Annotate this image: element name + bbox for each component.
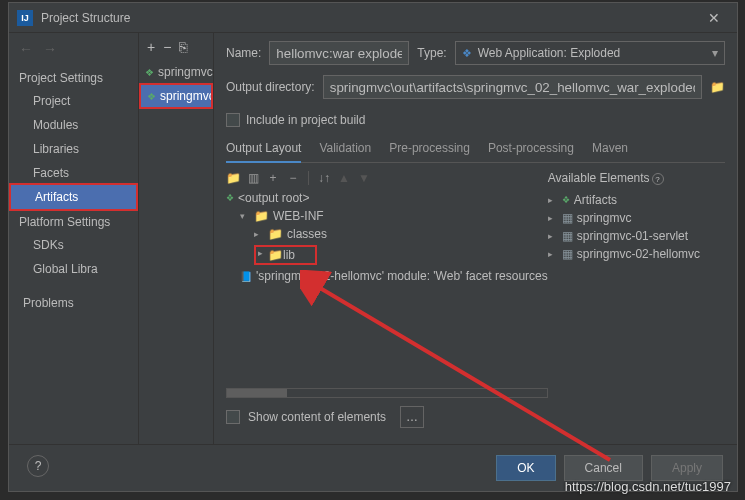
expand-icon[interactable]: ▸ [548,231,558,241]
nav-sdks[interactable]: SDKs [9,233,138,257]
back-icon[interactable]: ← [19,41,33,57]
artifact-label: springmvc-02 [160,89,213,103]
available-tree[interactable]: ▸ ❖ Artifacts ▸ ▦ springmvc ▸ ▦ spri [548,191,725,263]
remove-item-icon[interactable]: − [286,171,300,185]
output-tree[interactable]: ❖ <output root> ▾ 📁 WEB-INF ▸ 📁 classes [226,189,548,285]
left-nav-panel: ← → Project Settings Project Modules Lib… [9,33,139,444]
artifact-icon: ❖ [145,67,154,78]
tree-label: Artifacts [574,193,617,207]
artifact-icon: ❖ [147,91,156,102]
nav-libraries[interactable]: Libraries [9,137,138,161]
nav-problems[interactable]: Problems [9,291,138,315]
nav-global-libraries[interactable]: Global Libra [9,257,138,281]
chevron-down-icon: ▾ [712,46,718,60]
tab-preprocessing[interactable]: Pre-processing [389,137,470,162]
expand-icon[interactable]: ▾ [240,211,250,221]
nav-facets[interactable]: Facets [9,161,138,185]
expand-icon[interactable]: ▸ [548,249,558,259]
tree-root[interactable]: ❖ <output root> [226,189,548,207]
tree-label: classes [287,227,327,241]
name-input[interactable] [269,41,409,65]
scrollbar-thumb[interactable] [227,389,287,397]
available-header: Available Elements? [548,169,725,191]
show-content-checkbox[interactable] [226,410,240,424]
forward-icon[interactable]: → [43,41,57,57]
nav-history: ← → [9,33,138,65]
tree-label: <output root> [238,191,309,205]
help-icon[interactable]: ? [652,173,664,185]
module-icon: ▦ [562,211,573,225]
new-archive-icon[interactable]: ▥ [246,171,260,185]
dialog-body: ← → Project Settings Project Modules Lib… [9,33,737,444]
include-label: Include in project build [246,113,365,127]
close-icon[interactable]: ✕ [699,10,729,26]
module-icon: ▦ [562,247,573,261]
type-combo[interactable]: ❖ Web Application: Exploded ▾ [455,41,725,65]
show-content-label: Show content of elements [248,410,386,424]
tree-facet-resources[interactable]: 📘 'springmvc-02-hellomvc' module: 'Web' … [226,267,548,285]
tree-toolbar: 📁 ▥ + − ↓↑ ▲ ▼ [226,169,548,189]
tab-output-layout[interactable]: Output Layout [226,137,301,163]
tab-validation[interactable]: Validation [319,137,371,162]
output-dir-row: Output directory: 📁 [226,75,725,99]
window-title: Project Structure [41,11,699,25]
artifact-item-1[interactable]: ❖ springmvc-01 [139,61,213,83]
more-options-button[interactable]: … [400,406,424,428]
show-content-row: Show content of elements … [226,398,548,436]
avail-mod2[interactable]: ▸ ▦ springmvc-01-servlet [548,227,725,245]
sort-icon[interactable]: ↓↑ [317,171,331,185]
tabs: Output Layout Validation Pre-processing … [226,137,725,163]
artifact-icon: ❖ [562,195,570,205]
expand-icon[interactable]: ▸ [548,195,558,205]
titlebar: IJ Project Structure ✕ [9,3,737,33]
tree-label: springmvc-02-hellomvc [577,247,700,261]
tree-label: 'springmvc-02-hellomvc' module: 'Web' fa… [256,269,548,283]
output-layout-area: 📁 ▥ + − ↓↑ ▲ ▼ ❖ <output root> [226,169,725,436]
remove-icon[interactable]: − [163,39,171,55]
nav-project[interactable]: Project [9,89,138,113]
tab-maven[interactable]: Maven [592,137,628,162]
outdir-label: Output directory: [226,80,315,94]
up-icon: ▲ [337,171,351,185]
folder-icon: 📁 [254,209,269,223]
cancel-button[interactable]: Cancel [564,455,643,481]
watermark: https://blog.csdn.net/tuc1997 [565,479,731,494]
new-folder-icon[interactable]: 📁 [226,171,240,185]
expand-icon[interactable]: ▸ [548,213,558,223]
ok-button[interactable]: OK [496,455,555,481]
copy-icon[interactable]: ⎘ [179,39,187,55]
avail-mod1[interactable]: ▸ ▦ springmvc [548,209,725,227]
h-scrollbar[interactable] [226,388,548,398]
tree-classes[interactable]: ▸ 📁 classes [226,225,548,243]
apply-button[interactable]: Apply [651,455,723,481]
add-copy-icon[interactable]: + [266,171,280,185]
avail-artifacts[interactable]: ▸ ❖ Artifacts [548,191,725,209]
add-icon[interactable]: + [147,39,155,55]
artifact-item-2[interactable]: ❖ springmvc-02 [139,83,213,109]
tree-webinf[interactable]: ▾ 📁 WEB-INF [226,207,548,225]
outdir-input[interactable] [323,75,702,99]
artifact-root-icon: ❖ [226,193,234,203]
web-icon: ❖ [462,47,472,60]
tab-postprocessing[interactable]: Post-processing [488,137,574,162]
expand-icon[interactable]: ▸ [258,248,268,262]
tree-label: springmvc [577,211,632,225]
tree-lib[interactable]: ▸ 📁 lib [226,243,548,267]
nav-modules[interactable]: Modules [9,113,138,137]
help-button[interactable]: ? [27,455,49,477]
type-value: Web Application: Exploded [478,46,621,60]
avail-mod3[interactable]: ▸ ▦ springmvc-02-hellomvc [548,245,725,263]
name-label: Name: [226,46,261,60]
artifacts-toolbar: + − ⎘ [139,33,213,61]
web-facet-icon: 📘 [240,271,252,282]
nav-artifacts[interactable]: Artifacts [9,183,138,211]
app-icon: IJ [17,10,33,26]
tree-label: lib [283,248,295,262]
down-icon: ▼ [357,171,371,185]
module-icon: ▦ [562,229,573,243]
browse-folder-icon[interactable]: 📁 [710,80,725,94]
artifact-detail-panel: Name: Type: ❖ Web Application: Exploded … [214,33,737,444]
folder-icon: 📁 [268,248,283,262]
expand-icon[interactable]: ▸ [254,229,264,239]
include-checkbox[interactable] [226,113,240,127]
